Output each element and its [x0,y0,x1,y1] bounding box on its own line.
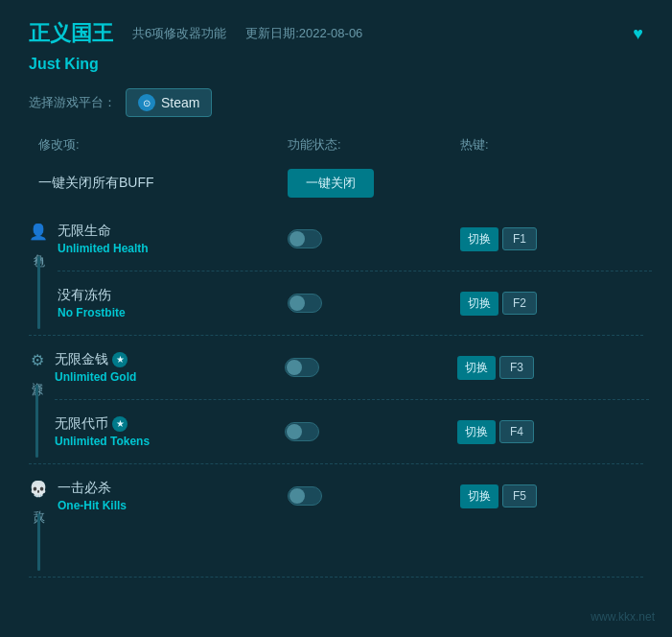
mod-names: 没有冻伤No Frostbite [58,287,288,319]
one-click-row: 一键关闭所有BUFF 一键关闭 [29,163,643,203]
section-label-resources: ⚙资源 [29,342,45,458]
toggle-column [288,486,460,506]
section-resources: ⚙资源无限金钱★Unlimited Gold切换F3无限代币★Unlimited… [29,342,643,464]
mod-row: 一击必杀One-Hit Kills切换F5 [58,470,652,522]
toggle-knob [290,231,305,247]
mod-name-en: Unlimited Health [58,242,288,255]
section-content-character: 无限生命Unlimited Health切换F1没有冻伤No Frostbite… [48,213,652,329]
toggle-column [285,358,457,377]
mod-name-cn: 无限生命 [58,223,288,240]
platform-row: 选择游戏平台： ⊙ Steam [29,88,643,117]
hotkey-group: 切换F5 [460,484,652,508]
hotkey-switch-button[interactable]: 切换 [460,484,498,508]
col-hotkey: 热键: [460,136,652,153]
hotkey-key: F1 [502,227,537,250]
hotkey-key: F4 [499,420,534,443]
toggle-switch[interactable] [285,422,319,441]
mod-names: 一击必杀One-Hit Kills [58,480,288,512]
header-meta-count: 共6项修改器功能 [132,25,226,42]
section-name-enemy: 敌人 [31,502,47,506]
mod-name-en: One-Hit Kills [58,499,288,512]
watermark: www.kkx.net [591,610,655,624]
mod-names: 无限金钱★Unlimited Gold [55,351,285,384]
mod-name-en: Unlimited Gold [55,370,285,384]
section-icon-character: 👤 [29,223,48,241]
mod-row: 无限金钱★Unlimited Gold切换F3 [55,342,649,393]
hotkey-switch-button[interactable]: 切换 [457,356,496,380]
hotkey-group: 切换F3 [457,356,649,380]
mod-row: 无限生命Unlimited Health切换F1 [58,213,652,265]
mod-names: 无限生命Unlimited Health [58,223,288,255]
mod-names: 无限代币★Unlimited Tokens [55,415,285,448]
section-name-character: 角色 [31,245,47,248]
toggle-switch[interactable] [288,486,322,506]
section-bar-enemy [37,513,40,571]
one-click-label: 一键关闭所有BUFF [38,175,288,192]
section-character: 👤角色无限生命Unlimited Health切换F1没有冻伤No Frostb… [29,213,643,336]
section-icon-resources: ⚙ [31,351,44,369]
toggle-switch[interactable] [288,229,322,248]
mod-name-en: Unlimited Tokens [55,435,285,448]
mod-row: 没有冻伤No Frostbite切换F2 [58,277,652,329]
mod-star-icon: ★ [112,416,127,432]
mod-name-cn: 无限金钱★ [55,351,285,368]
toggle-column [288,229,460,248]
section-name-resources: 资源 [29,373,45,377]
section-label-character: 👤角色 [29,213,48,329]
toggle-column [285,422,457,441]
section-label-enemy: 💀敌人 [29,470,48,571]
toggle-switch[interactable] [285,358,319,377]
col-status: 功能状态: [288,136,460,153]
sections-wrapper: 👤角色无限生命Unlimited Health切换F1没有冻伤No Frostb… [29,213,643,583]
hotkey-key: F2 [502,292,537,315]
hotkey-group: 切换F2 [460,292,652,316]
hotkey-switch-button[interactable]: 切换 [460,292,498,316]
mod-name-cn: 无限代币★ [55,415,285,433]
platform-button[interactable]: ⊙ Steam [126,88,212,117]
section-content-enemy: 一击必杀One-Hit Kills切换F5 [48,470,652,571]
toggle-knob [290,488,305,504]
col-modifier: 修改项: [38,136,288,153]
game-title-en: Just King [29,56,643,73]
section-icon-enemy: 💀 [29,480,48,498]
section-divider [58,271,652,271]
mod-star-icon: ★ [112,352,127,367]
toggle-column [288,294,460,313]
favorite-icon[interactable]: ♥ [633,24,643,44]
hotkey-group: 切换F4 [457,420,649,444]
hotkey-key: F3 [499,356,534,379]
header: 正义国王 共6项修改器功能 更新日期:2022-08-06 ♥ [29,19,643,48]
header-meta-date: 更新日期:2022-08-06 [245,25,362,42]
section-bar-character [37,256,40,329]
main-container: 正义国王 共6项修改器功能 更新日期:2022-08-06 ♥ Just Kin… [0,0,672,637]
hotkey-group: 切换F1 [460,227,652,251]
section-bar-resources [35,385,38,458]
mod-row: 无限代币★Unlimited Tokens切换F4 [55,406,649,458]
section-enemy: 💀敌人一击必杀One-Hit Kills切换F5 [29,470,643,578]
mod-name-en: No Frostbite [58,306,288,319]
hotkey-switch-button[interactable]: 切换 [460,227,498,251]
platform-button-label: Steam [161,95,199,110]
column-headers: 修改项: 功能状态: 热键: [29,136,643,153]
section-content-resources: 无限金钱★Unlimited Gold切换F3无限代币★Unlimited To… [45,342,649,458]
game-title-cn: 正义国王 [29,19,113,48]
steam-logo-icon: ⊙ [138,94,155,111]
one-click-button[interactable]: 一键关闭 [288,169,374,198]
hotkey-switch-button[interactable]: 切换 [457,420,496,444]
mod-name-cn: 一击必杀 [58,480,288,497]
hotkey-key: F5 [502,484,537,507]
toggle-knob [287,360,302,375]
mod-name-cn: 没有冻伤 [58,287,288,304]
section-divider [55,399,649,400]
toggle-knob [290,295,305,311]
toggle-knob [287,424,302,439]
platform-label: 选择游戏平台： [29,94,116,111]
toggle-switch[interactable] [288,294,322,313]
